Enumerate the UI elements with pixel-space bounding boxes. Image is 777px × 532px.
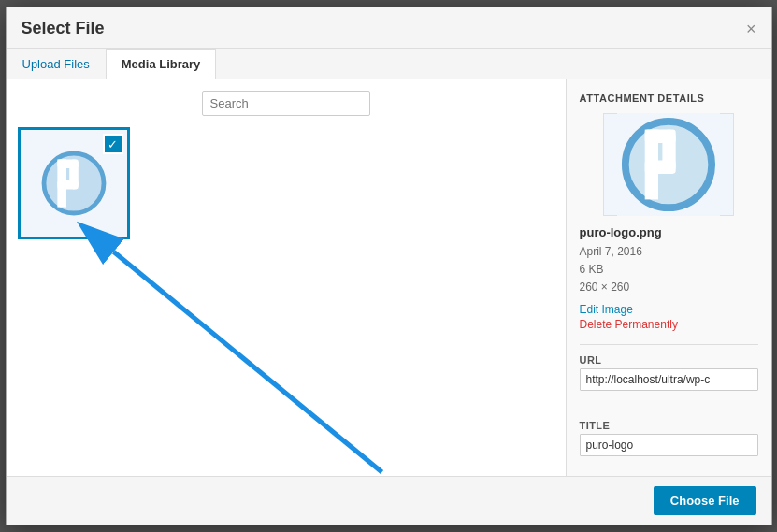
media-grid: ✓ <box>18 127 554 465</box>
modal-footer: Choose File <box>7 476 771 525</box>
media-item-puro-logo[interactable]: ✓ <box>18 127 130 239</box>
choose-file-button[interactable]: Choose File <box>654 486 756 515</box>
attachment-filename: puro-logo.png <box>580 225 758 239</box>
media-grid-area: ✓ <box>7 79 566 476</box>
svg-line-8 <box>113 252 381 472</box>
attachment-preview <box>603 113 734 216</box>
attachment-details-title: ATTACHMENT DETAILS <box>580 93 758 104</box>
close-button[interactable]: × <box>746 21 756 47</box>
puro-logo-thumbnail <box>36 146 111 221</box>
title-field-label: Title <box>580 420 758 431</box>
title-field[interactable] <box>580 434 758 456</box>
tab-media-library[interactable]: Media Library <box>106 49 217 79</box>
modal-header: Select File × <box>7 7 771 49</box>
edit-image-link[interactable]: Edit Image <box>580 303 758 316</box>
attachment-details-panel: ATTACHMENT DETAILS puro-logo.png April <box>566 79 771 476</box>
select-file-modal: Select File × Upload Files Media Library <box>6 7 772 525</box>
attachment-preview-image <box>617 113 720 216</box>
search-input[interactable] <box>202 91 370 116</box>
attachment-meta: April 7, 2016 6 KB 260 × 260 <box>580 243 758 297</box>
url-field-label: URL <box>580 354 758 366</box>
delete-permanently-link[interactable]: Delete Permanently <box>580 318 758 331</box>
svg-rect-6 <box>69 159 79 189</box>
svg-rect-15 <box>662 130 675 174</box>
search-bar-row <box>18 91 554 116</box>
url-field[interactable] <box>580 368 758 391</box>
modal-title: Select File <box>22 19 105 48</box>
media-item-selected-check: ✓ <box>103 134 123 154</box>
url-field-group: URL <box>580 344 758 398</box>
modal-body: ✓ ATTACHMENT DETAILS <box>7 79 771 476</box>
tab-upload-files[interactable]: Upload Files <box>7 49 106 79</box>
modal-tabs: Upload Files Media Library <box>7 49 771 79</box>
title-field-group: Title <box>580 410 758 464</box>
